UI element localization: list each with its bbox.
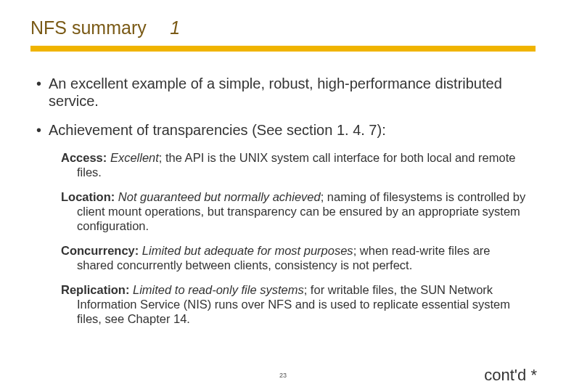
- continued-label: cont'd *: [484, 366, 537, 385]
- content-area: • An excellent example of a simple, robu…: [0, 52, 566, 326]
- bullet-dot-icon: •: [36, 75, 41, 110]
- slide: NFS summary 1 • An excellent example of …: [0, 0, 566, 392]
- bullet-item: • An excellent example of a simple, robu…: [36, 75, 530, 110]
- sub-item-concurrency: Concurrency: Limited but adequate for mo…: [61, 243, 530, 272]
- sub-item-lead: Replication:: [61, 283, 129, 296]
- title-row: NFS summary 1: [0, 0, 566, 43]
- continued-text: cont'd: [484, 366, 526, 384]
- sub-item-annotation: Limited but adequate for most purposes: [139, 244, 353, 257]
- slide-title: NFS summary: [30, 17, 147, 38]
- slide-title-number: 1: [170, 17, 180, 38]
- asterisk-icon: *: [526, 366, 537, 384]
- sub-item-annotation: Not guaranteed but normally achieved: [115, 190, 320, 203]
- bullet-text: Achievement of transparencies (See secti…: [49, 121, 386, 139]
- sub-item-lead: Location:: [61, 190, 115, 203]
- sub-item-annotation: Limited to read-only file systems: [129, 283, 303, 296]
- title-underline: [30, 46, 536, 52]
- sub-item-lead: Access:: [61, 151, 107, 164]
- sub-item-location: Location: Not guaranteed but normally ac…: [61, 189, 530, 233]
- bullet-item: • Achievement of transparencies (See sec…: [36, 121, 530, 139]
- bullet-text: An excellent example of a simple, robust…: [49, 75, 530, 110]
- sub-item-access: Access: Excellent; the API is the UNIX s…: [61, 150, 530, 179]
- sub-list: Access: Excellent; the API is the UNIX s…: [61, 150, 530, 326]
- sub-item-lead: Concurrency:: [61, 244, 139, 257]
- page-number: 23: [0, 372, 566, 379]
- sub-item-annotation: Excellent: [107, 151, 159, 164]
- bullet-dot-icon: •: [36, 121, 41, 139]
- sub-item-replication: Replication: Limited to read-only file s…: [61, 282, 530, 326]
